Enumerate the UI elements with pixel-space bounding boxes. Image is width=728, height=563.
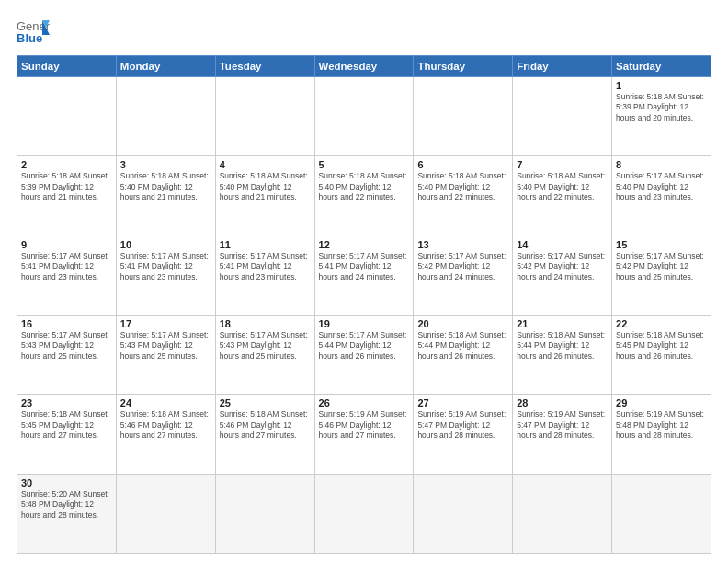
day-info: Sunrise: 5:17 AM Sunset: 5:41 PM Dayligh… <box>220 251 311 282</box>
calendar-cell: 7Sunrise: 5:18 AM Sunset: 5:40 PM Daylig… <box>513 156 612 236</box>
week-row-1: 2Sunrise: 5:18 AM Sunset: 5:39 PM Daylig… <box>17 156 711 236</box>
calendar-cell: 22Sunrise: 5:18 AM Sunset: 5:45 PM Dayli… <box>612 315 711 394</box>
day-info: Sunrise: 5:18 AM Sunset: 5:40 PM Dayligh… <box>319 171 410 202</box>
calendar-cell: 13Sunrise: 5:17 AM Sunset: 5:42 PM Dayli… <box>414 236 513 315</box>
day-info: Sunrise: 5:18 AM Sunset: 5:39 PM Dayligh… <box>21 171 112 202</box>
day-info: Sunrise: 5:18 AM Sunset: 5:40 PM Dayligh… <box>120 171 211 202</box>
day-info: Sunrise: 5:18 AM Sunset: 5:45 PM Dayligh… <box>21 409 112 441</box>
calendar-cell: 3Sunrise: 5:18 AM Sunset: 5:40 PM Daylig… <box>116 156 215 236</box>
day-number: 9 <box>21 239 112 250</box>
day-info: Sunrise: 5:17 AM Sunset: 5:40 PM Dayligh… <box>616 171 707 202</box>
weekday-header-tuesday: Tuesday <box>215 56 314 77</box>
calendar-cell: 10Sunrise: 5:17 AM Sunset: 5:41 PM Dayli… <box>116 236 215 315</box>
weekday-header-friday: Friday <box>513 56 612 77</box>
day-info: Sunrise: 5:18 AM Sunset: 5:44 PM Dayligh… <box>417 330 508 362</box>
calendar-cell: 14Sunrise: 5:17 AM Sunset: 5:42 PM Dayli… <box>513 236 612 315</box>
day-info: Sunrise: 5:19 AM Sunset: 5:47 PM Dayligh… <box>417 409 508 441</box>
day-number: 20 <box>417 318 508 329</box>
calendar-cell: 16Sunrise: 5:17 AM Sunset: 5:43 PM Dayli… <box>17 315 117 394</box>
calendar-cell: 26Sunrise: 5:19 AM Sunset: 5:46 PM Dayli… <box>314 395 414 474</box>
day-info: Sunrise: 5:19 AM Sunset: 5:46 PM Dayligh… <box>319 409 410 441</box>
day-info: Sunrise: 5:17 AM Sunset: 5:41 PM Dayligh… <box>120 251 211 282</box>
page: General Blue SundayMondayTuesdayWednesda… <box>0 0 728 563</box>
calendar-cell: 25Sunrise: 5:18 AM Sunset: 5:46 PM Dayli… <box>215 395 314 474</box>
weekday-header-monday: Monday <box>116 56 215 77</box>
day-info: Sunrise: 5:19 AM Sunset: 5:47 PM Dayligh… <box>517 409 608 441</box>
weekday-header-saturday: Saturday <box>612 56 711 77</box>
day-info: Sunrise: 5:18 AM Sunset: 5:46 PM Dayligh… <box>120 409 211 441</box>
calendar-cell <box>116 77 215 156</box>
calendar-cell: 24Sunrise: 5:18 AM Sunset: 5:46 PM Dayli… <box>116 395 215 474</box>
calendar-cell: 21Sunrise: 5:18 AM Sunset: 5:44 PM Dayli… <box>513 315 612 394</box>
day-number: 8 <box>616 159 707 170</box>
day-info: Sunrise: 5:17 AM Sunset: 5:43 PM Dayligh… <box>21 330 112 362</box>
day-number: 10 <box>120 239 211 250</box>
calendar-cell: 29Sunrise: 5:19 AM Sunset: 5:48 PM Dayli… <box>612 395 711 474</box>
day-number: 4 <box>220 159 311 170</box>
day-number: 6 <box>417 159 508 170</box>
day-info: Sunrise: 5:18 AM Sunset: 5:46 PM Dayligh… <box>220 409 311 441</box>
day-number: 1 <box>616 80 707 91</box>
day-number: 25 <box>220 397 311 408</box>
day-number: 12 <box>319 239 410 250</box>
day-number: 22 <box>616 318 707 329</box>
calendar-cell: 11Sunrise: 5:17 AM Sunset: 5:41 PM Dayli… <box>215 236 314 315</box>
calendar-cell <box>215 77 314 156</box>
calendar-cell <box>314 474 414 553</box>
weekday-header-thursday: Thursday <box>414 56 513 77</box>
weekday-header-wednesday: Wednesday <box>314 56 414 77</box>
day-info: Sunrise: 5:17 AM Sunset: 5:41 PM Dayligh… <box>21 251 112 282</box>
calendar: SundayMondayTuesdayWednesdayThursdayFrid… <box>17 55 711 554</box>
day-number: 7 <box>517 159 608 170</box>
day-number: 5 <box>319 159 410 170</box>
calendar-cell: 20Sunrise: 5:18 AM Sunset: 5:44 PM Dayli… <box>414 315 513 394</box>
calendar-cell <box>612 474 711 553</box>
day-number: 27 <box>417 397 508 408</box>
day-info: Sunrise: 5:18 AM Sunset: 5:40 PM Dayligh… <box>417 171 508 202</box>
calendar-cell: 6Sunrise: 5:18 AM Sunset: 5:40 PM Daylig… <box>414 156 513 236</box>
calendar-cell: 28Sunrise: 5:19 AM Sunset: 5:47 PM Dayli… <box>513 395 612 474</box>
day-info: Sunrise: 5:17 AM Sunset: 5:42 PM Dayligh… <box>417 251 508 282</box>
day-number: 28 <box>517 397 608 408</box>
day-number: 16 <box>21 318 112 329</box>
day-info: Sunrise: 5:17 AM Sunset: 5:43 PM Dayligh… <box>220 330 311 362</box>
logo: General Blue <box>17 17 50 50</box>
day-info: Sunrise: 5:18 AM Sunset: 5:44 PM Dayligh… <box>517 330 608 362</box>
day-number: 23 <box>21 397 112 408</box>
day-number: 13 <box>417 239 508 250</box>
day-info: Sunrise: 5:17 AM Sunset: 5:41 PM Dayligh… <box>319 251 410 282</box>
day-number: 21 <box>517 318 608 329</box>
day-info: Sunrise: 5:17 AM Sunset: 5:42 PM Dayligh… <box>517 251 608 282</box>
day-number: 24 <box>120 397 211 408</box>
day-number: 15 <box>616 239 707 250</box>
calendar-cell: 8Sunrise: 5:17 AM Sunset: 5:40 PM Daylig… <box>612 156 711 236</box>
weekday-header-sunday: Sunday <box>17 56 117 77</box>
week-row-5: 30Sunrise: 5:20 AM Sunset: 5:48 PM Dayli… <box>17 474 711 553</box>
calendar-cell <box>215 474 314 553</box>
week-row-0: 1Sunrise: 5:18 AM Sunset: 5:39 PM Daylig… <box>17 77 711 156</box>
week-row-4: 23Sunrise: 5:18 AM Sunset: 5:45 PM Dayli… <box>17 395 711 474</box>
calendar-cell: 1Sunrise: 5:18 AM Sunset: 5:39 PM Daylig… <box>612 77 711 156</box>
week-row-2: 9Sunrise: 5:17 AM Sunset: 5:41 PM Daylig… <box>17 236 711 315</box>
day-number: 18 <box>220 318 311 329</box>
calendar-cell <box>414 77 513 156</box>
day-info: Sunrise: 5:17 AM Sunset: 5:42 PM Dayligh… <box>616 251 707 282</box>
header: General Blue <box>17 17 711 50</box>
calendar-cell: 5Sunrise: 5:18 AM Sunset: 5:40 PM Daylig… <box>314 156 414 236</box>
calendar-cell <box>116 474 215 553</box>
day-number: 30 <box>21 477 112 488</box>
weekday-header-row: SundayMondayTuesdayWednesdayThursdayFrid… <box>17 56 711 77</box>
day-number: 14 <box>517 239 608 250</box>
calendar-cell: 2Sunrise: 5:18 AM Sunset: 5:39 PM Daylig… <box>17 156 117 236</box>
day-number: 11 <box>220 239 311 250</box>
day-info: Sunrise: 5:20 AM Sunset: 5:48 PM Dayligh… <box>21 489 112 521</box>
calendar-cell <box>513 474 612 553</box>
day-number: 29 <box>616 397 707 408</box>
logo-icon: General Blue <box>17 17 50 50</box>
calendar-cell: 27Sunrise: 5:19 AM Sunset: 5:47 PM Dayli… <box>414 395 513 474</box>
calendar-cell: 4Sunrise: 5:18 AM Sunset: 5:40 PM Daylig… <box>215 156 314 236</box>
calendar-cell: 18Sunrise: 5:17 AM Sunset: 5:43 PM Dayli… <box>215 315 314 394</box>
day-info: Sunrise: 5:17 AM Sunset: 5:44 PM Dayligh… <box>319 330 410 362</box>
calendar-cell <box>314 77 414 156</box>
calendar-cell: 15Sunrise: 5:17 AM Sunset: 5:42 PM Dayli… <box>612 236 711 315</box>
